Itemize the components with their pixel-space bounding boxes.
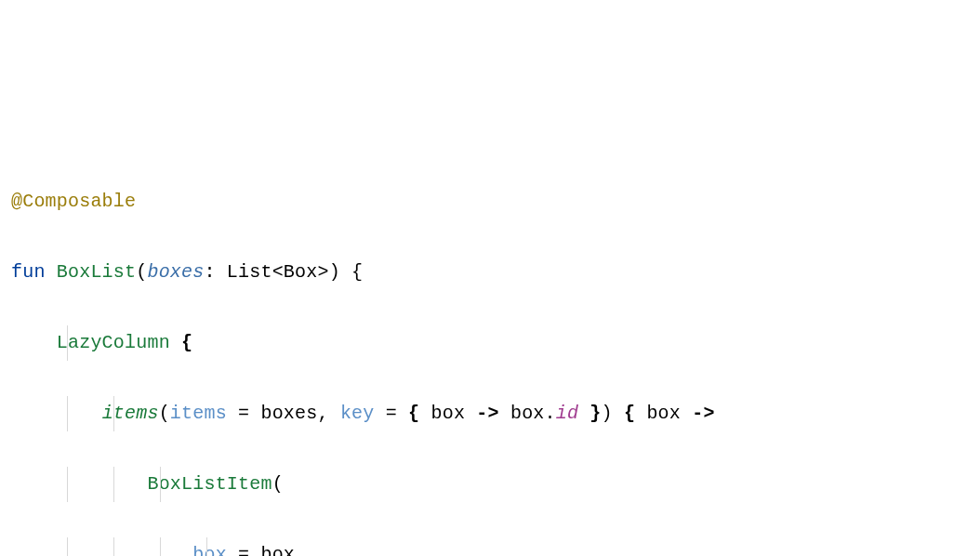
named-arg: key xyxy=(340,403,375,424)
lambda-param: box xyxy=(431,403,466,424)
named-arg: box xyxy=(192,544,227,556)
punct: = xyxy=(375,403,409,424)
lambda-param: box xyxy=(646,403,681,424)
brace: { xyxy=(408,403,430,424)
code-line: fun BoxList(boxes: List<Box>) { xyxy=(11,255,969,290)
function-name: BoxList xyxy=(57,261,136,283)
indent xyxy=(11,332,57,353)
code-line: items(items = boxes, key = { box -> box.… xyxy=(11,396,969,431)
code-block: @Composable fun BoxList(boxes: List<Box>… xyxy=(11,149,969,556)
brace: } xyxy=(578,403,601,424)
brace: { xyxy=(624,403,646,424)
punct: ( xyxy=(272,473,284,495)
arrow: -> xyxy=(465,403,510,424)
indent xyxy=(11,473,147,495)
brace: { xyxy=(181,332,192,353)
code-line: box = box, xyxy=(11,537,969,556)
punct: : xyxy=(204,261,226,283)
named-arg: items xyxy=(170,403,227,424)
punct: ( xyxy=(159,403,170,424)
param-name: boxes xyxy=(147,261,204,283)
indent xyxy=(11,544,192,556)
punct: ) xyxy=(602,403,624,424)
punct: , xyxy=(295,544,306,556)
keyword-fun: fun xyxy=(11,261,46,283)
prop: id xyxy=(556,403,578,424)
call: items xyxy=(102,403,159,424)
call: BoxListItem xyxy=(147,473,271,495)
punct: = xyxy=(227,403,261,424)
ref: box. xyxy=(510,403,556,424)
code-line: LazyColumn { xyxy=(11,325,969,361)
punct: ) { xyxy=(329,261,364,283)
punct: , xyxy=(317,403,339,424)
code-line: @Composable xyxy=(11,184,969,219)
annotation: @Composable xyxy=(11,191,136,212)
punct: = xyxy=(227,544,261,556)
punct: ( xyxy=(136,261,147,283)
code-line: BoxListItem( xyxy=(11,467,969,502)
ref: box xyxy=(260,544,295,556)
arrow: -> xyxy=(681,403,715,424)
ref: boxes xyxy=(260,403,317,424)
space xyxy=(170,332,181,353)
indent xyxy=(11,403,102,424)
type: List<Box> xyxy=(227,261,329,283)
call: LazyColumn xyxy=(57,332,170,353)
